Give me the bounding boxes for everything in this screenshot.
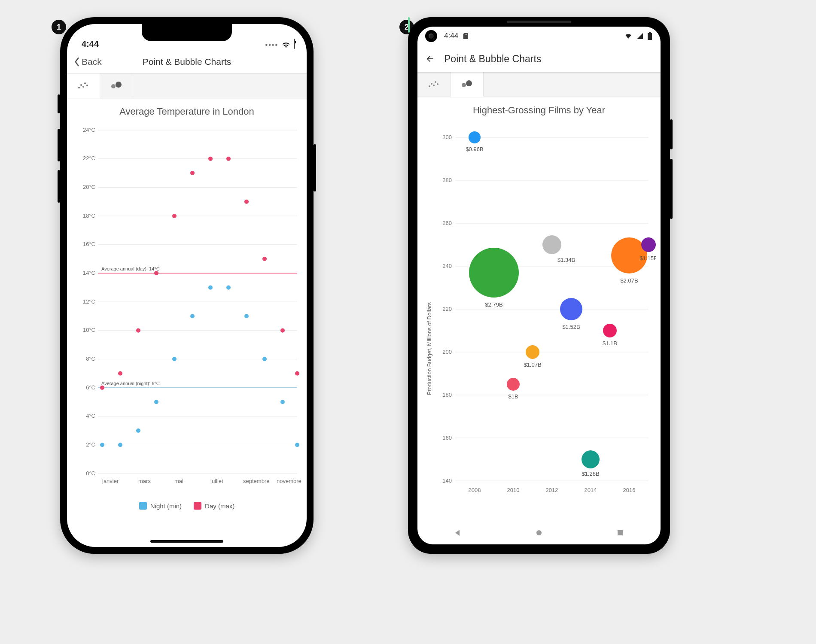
volume-rocker [670,159,673,219]
bubbles: $0.96B $2.79B $1B $1.07B $1.34B [466,131,656,477]
svg-point-67 [437,83,438,85]
volume-up-button [58,129,60,161]
ios-clock: 4:44 [82,39,99,49]
legend-night[interactable]: Night (min) [139,502,182,510]
android-system-nav [417,521,661,544]
power-button [314,144,316,191]
battery-icon [294,39,295,49]
back-label: Back [82,57,102,67]
svg-text:$1.52B: $1.52B [562,324,580,330]
svg-point-113 [536,530,542,535]
chart-title-left: Average Temperature in London [67,106,307,117]
nav-recent[interactable] [616,529,624,537]
iphone-frame: 4:44 •••• Back Point & Bubble Ch [60,17,314,554]
legend-swatch-day [194,502,201,510]
bubble-icon [110,81,123,90]
svg-point-52 [118,371,122,376]
y-axis-label: Production Budget, Millions of Dollars [426,302,432,395]
chart-type-tabs [67,73,307,98]
svg-text:160: 160 [442,434,452,441]
android-appbar-title: Point & Bubble Charts [444,53,541,65]
svg-point-62 [295,371,299,376]
svg-text:14°C: 14°C [83,270,95,276]
svg-text:300: 300 [442,134,452,140]
ios-nav-bar: Back Point & Bubble Charts [67,51,307,73]
cell-signal-icon [636,33,643,39]
svg-point-66 [435,81,436,83]
svg-text:$0.96B: $0.96B [466,146,483,152]
svg-text:mai: mai [174,478,183,484]
svg-text:$1.15B: $1.15B [639,255,656,261]
svg-text:20°C: 20°C [83,184,95,190]
notch [142,24,232,41]
svg-point-61 [280,328,285,333]
svg-point-55 [172,214,177,218]
svg-point-48 [262,357,267,361]
scatter-chart[interactable]: 24°C 22°C 20°C 18°C 16°C [70,122,303,499]
svg-point-5 [111,84,116,88]
svg-point-44 [190,314,195,318]
scatter-icon [77,81,89,90]
svg-text:16°C: 16°C [83,241,95,247]
svg-point-4 [86,85,88,86]
nav-home[interactable] [535,529,543,537]
tab-scatter[interactable] [67,73,100,98]
svg-point-57 [208,157,213,161]
svg-text:2°C: 2°C [86,441,95,448]
tab-bubble[interactable] [451,72,484,97]
tab-scatter[interactable] [417,72,451,96]
volume-down-button [58,170,60,203]
android-status-bar: 4:44 [417,27,661,46]
legend-swatch-night [139,502,147,510]
svg-text:0°C: 0°C [86,470,95,477]
back-button[interactable] [425,54,435,64]
svg-text:18°C: 18°C [83,213,95,219]
avg-day-label: Average annual (day): 14°C [101,266,160,271]
svg-text:24°C: 24°C [83,127,95,133]
android-frame: 4:44 Point & Bub [408,17,670,554]
badge-1: 1 [52,20,66,34]
back-button[interactable]: Back [67,57,102,67]
svg-text:4°C: 4°C [86,413,95,419]
svg-text:10°C: 10°C [83,327,95,333]
svg-point-97 [507,378,520,391]
svg-text:22°C: 22°C [83,155,95,161]
stage: 1 2 4:44 •••• [0,0,816,644]
svg-text:6°C: 6°C [86,384,95,391]
svg-text:2008: 2008 [469,487,481,493]
svg-text:janvier: janvier [102,478,119,484]
svg-point-93 [469,131,481,143]
battery-icon [648,32,652,40]
svg-point-2 [82,86,84,88]
svg-point-63 [429,85,430,87]
svg-point-68 [462,83,466,87]
bubble-chart[interactable]: Production Budget, Millions of Dollars 3… [421,120,657,498]
svg-point-0 [78,87,80,88]
chart-title-right: Highest-Grossing Films by Year [417,105,661,116]
home-indicator[interactable] [150,540,223,543]
y-axis: 300 280 260 240 220 200 180 160 140 [442,134,649,484]
svg-point-47 [244,314,249,318]
svg-text:septembre: septembre [243,478,269,484]
svg-point-6 [116,82,122,88]
y-axis: 24°C 22°C 20°C 18°C 16°C [83,127,297,477]
svg-text:$1.28B: $1.28B [582,471,599,477]
svg-point-65 [433,85,435,86]
svg-text:$2.79B: $2.79B [485,301,502,308]
svg-text:$1.1B: $1.1B [603,340,617,346]
android-screen: 4:44 Point & Bub [417,27,661,544]
svg-text:220: 220 [442,306,452,312]
chart-type-tabs [417,72,661,97]
arrow-left-icon [425,54,435,64]
nav-back[interactable] [454,529,462,537]
scatter-icon [428,79,440,89]
svg-point-1 [80,84,82,86]
svg-point-49 [280,400,285,404]
tab-bubble[interactable] [100,73,133,97]
legend-day[interactable]: Day (max) [194,502,234,510]
power-button [670,119,673,149]
svg-point-69 [466,80,472,86]
svg-point-64 [431,83,432,85]
svg-point-107 [603,324,617,337]
svg-text:2014: 2014 [585,487,597,493]
